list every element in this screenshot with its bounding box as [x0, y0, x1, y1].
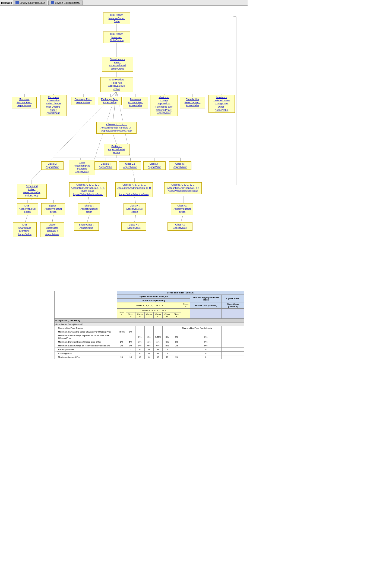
tab-2[interactable]: Level2 Example0302	[48, 1, 83, 5]
row-label-3: Maximum Deferred Sales Charge over Other	[57, 340, 117, 344]
col-header-l: Class L	[153, 312, 162, 319]
node-max-cum-sales[interactable]: MaximumCumulativeSales Chargeover Offeri…	[40, 95, 67, 116]
val-6-6: 0	[172, 352, 181, 355]
val-5-8: 0	[190, 348, 222, 352]
val-1-0: 4.50%	[117, 330, 126, 334]
val-3-2: 1%	[135, 340, 144, 344]
row-label-7: Maximum Account Fee	[57, 355, 117, 359]
node-max-account-fee[interactable]: MaximumAccount Fee :AspectValue	[12, 97, 37, 108]
val-5-2: 0	[135, 348, 144, 352]
node-class-z[interactable]: Class Z :AspectValue	[119, 161, 141, 170]
val-5-3: 0	[144, 348, 153, 352]
node-class-c[interactable]: Class C :AspectValue	[169, 161, 191, 170]
node-class-r-selection[interactable]: Class R :AspectValueSelection	[124, 203, 146, 215]
val-2-8: 0%	[190, 334, 222, 340]
node-lab-selection[interactable]: LAB :AspectValueSelection	[17, 203, 38, 215]
tab-1[interactable]: Level2 Example0302	[13, 1, 47, 5]
node-class-a-value[interactable]: Class A :AspectValue	[167, 222, 192, 231]
shareholder-fees-subsection: Shareholder Fees [Abstract]	[55, 322, 244, 326]
val-4-1: 0%	[126, 344, 135, 348]
node-classes-bczl[interactable]: Classes B, C, Z, L,AccountingAndFinancia…	[96, 122, 137, 134]
node-classes-abczl-b-shareclass[interactable]: Classes A, B, C, Z, L,AccountingAndFinan…	[69, 182, 107, 197]
share-class-domain-header: Share Class [Domain]	[117, 299, 190, 302]
classes-row1-header: Classes A, B, C, Z, L, M, X, R	[117, 302, 181, 309]
val-2-4: 4.25%	[153, 334, 162, 340]
tab-2-label: Level2 Example0302	[55, 1, 80, 4]
col-header-c: Class C	[135, 312, 144, 319]
val-6-3: 0	[144, 352, 153, 355]
val-3-6: 6%	[172, 340, 181, 344]
val-6-5: 0	[162, 352, 172, 355]
top-bar: package Level2 Example0302 Level2 Exampl…	[0, 0, 248, 6]
val-1-1: 0%	[126, 330, 135, 334]
node-lipper-shareclass-domain[interactable]: LipperShareClass[Domain] :AspectValue	[40, 222, 64, 237]
node-share-class-value[interactable]: Share Class :AspectValue	[74, 222, 99, 231]
val-3-3: 1%	[144, 340, 153, 344]
val-6-8: 0	[190, 352, 222, 355]
node-max-charge-purchases[interactable]: MaximumChargeImposed onPurchases overOff…	[150, 95, 178, 116]
val-7-6: 15	[172, 355, 181, 359]
val-5-6: 0	[172, 348, 181, 352]
node-class-x[interactable]: Class X :AspectValue	[143, 161, 166, 170]
node-max-account-fen[interactable]: MaximumAccount Fen :AspectValue	[123, 97, 148, 108]
node-class-accounting[interactable]: ClassAccountingAndFinancials :AspectValu…	[69, 160, 95, 175]
val-3-4: 1%	[153, 340, 162, 344]
val-7-3: 0	[144, 355, 153, 359]
node-max-deferred-sales[interactable]: MaximumDeferred SalesCharge overOther :A…	[208, 95, 235, 113]
val-2-6: 0%	[172, 334, 181, 340]
node-shareholder-fees-caption[interactable]: ShareholderFees Caption :AspectValue	[180, 97, 205, 108]
svg-line-42	[134, 214, 136, 223]
node-class-b[interactable]: Class B :AspectValue	[94, 161, 117, 170]
node-shareholders-fees-all[interactable]: ShareHoldersFees-All :AspectValueSelecti…	[100, 77, 133, 92]
node-lipper-selection[interactable]: Lipper :AspectValueSelection	[41, 203, 65, 215]
node-shareholders-fees-group[interactable]: ShareHoldersFees :AspectValueSelectionGr…	[102, 57, 133, 72]
val-5-4: 0	[153, 348, 162, 352]
val-7-8: 0	[190, 355, 222, 359]
val-6-4: 0	[153, 352, 162, 355]
tab-1-icon	[15, 1, 19, 4]
val-7-0: 15	[117, 355, 126, 359]
val-7-5: 15	[162, 355, 172, 359]
node-class-a-selection[interactable]: Class A :AspectValueSelection	[171, 203, 193, 215]
node-class-r-value[interactable]: Class R :AspectValue	[121, 222, 146, 231]
val-2-3: 0%	[144, 334, 153, 340]
share-class-domain-right2: Share Class [Domain]	[222, 302, 244, 309]
tab-2-icon	[51, 1, 54, 4]
row-label-5: Redemption Fee	[57, 348, 117, 352]
node-classes-abczl-x[interactable]: Classes A, B, C, Z, L,AccountingAndFinan…	[164, 182, 202, 194]
node-exchange-fee-1[interactable]: Exchange Fee :AspectValue	[71, 97, 95, 105]
node-risk-return-cube[interactable]: Risk-ReturnInstanceCube :Cube	[103, 12, 130, 24]
row-label-1: Maximum Cumulative Sales Charge over Off…	[57, 330, 117, 334]
col-header-x: Class X	[172, 312, 181, 319]
val-4-2: 0%	[135, 344, 144, 348]
node-lab-shareclass-domain[interactable]: LABShareClass[Domain] :AspectValue	[13, 222, 37, 237]
val-6-1: 0	[126, 352, 135, 355]
svg-line-40	[52, 214, 53, 223]
svg-line-14	[113, 133, 117, 144]
col-header-m: Class M	[162, 312, 172, 319]
main-data-table: Series and Index [Domain] Dryden Total B…	[54, 291, 244, 359]
svg-line-43	[181, 214, 183, 223]
node-series-index-group[interactable]: Series andIndex :AspectValueSelectionGro…	[17, 184, 47, 199]
val-4-4: 0%	[153, 344, 162, 348]
val-3-8: 0%	[190, 340, 222, 344]
val-7-2: 15	[135, 355, 144, 359]
row-label-0: Shareholder Fees Caption	[57, 326, 117, 330]
diagram-area: Risk-ReturnInstanceCube :Cube Risk-Retur…	[0, 6, 248, 294]
val-2-5: 0%	[162, 334, 172, 340]
row-label-4: Maximum Sales Charge on Reinvested Divid…	[57, 344, 117, 348]
val-4-5: 0%	[162, 344, 172, 348]
val-3-0: 1%	[117, 340, 126, 344]
shareholder-fees-note: Shareholder Fees (paid directly	[181, 326, 222, 330]
node-partition[interactable]: Partition :AspectValueSelection	[104, 144, 129, 155]
node-exchange-fee-2[interactable]: Exchange Fee :AspectValue	[98, 97, 122, 105]
node-class-l[interactable]: Class L :AspectValue	[41, 161, 64, 170]
node-shared-selection[interactable]: Shared :AspectValueSelection	[78, 203, 100, 215]
node-risk-return-instance[interactable]: Risk-ReturnInstance :CubeRegion	[103, 32, 130, 43]
tab-1-label: Level2 Example0302	[20, 1, 45, 4]
val-4-6: 0%	[172, 344, 181, 348]
row-label-2: Maximum Sales Charge Imposed on Purchase…	[57, 334, 117, 340]
prospectus-section-header: Prospectus [Line Items]	[55, 319, 244, 322]
data-table-section: Series and Index [Domain] Dryden Total B…	[54, 291, 244, 359]
node-classes-abczl-r[interactable]: Classes A, B, C, Z, L,AccountingAndFinan…	[115, 182, 153, 197]
